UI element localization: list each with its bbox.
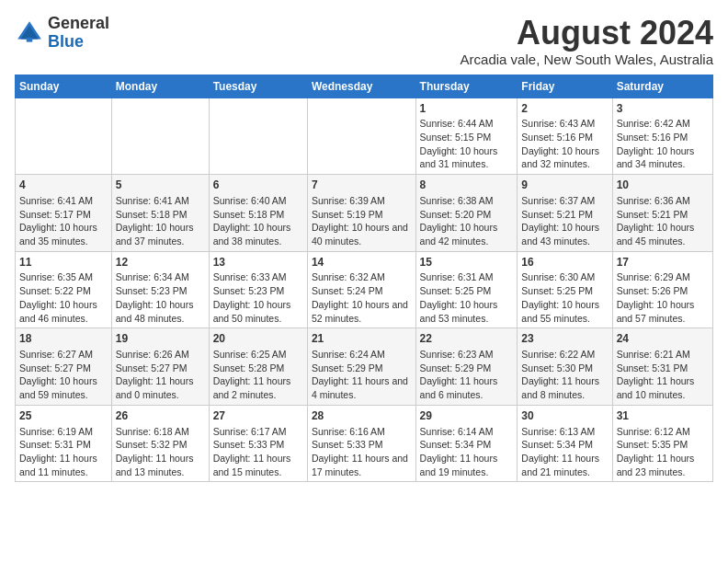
logo-icon xyxy=(15,18,44,48)
calendar-header: SundayMondayTuesdayWednesdayThursdayFrid… xyxy=(16,75,713,98)
sunset-text: Sunset: 5:25 PM xyxy=(521,285,593,296)
calendar-cell: 7Sunrise: 6:39 AMSunset: 5:19 PMDaylight… xyxy=(307,175,415,252)
sunrise-text: Sunrise: 6:42 AM xyxy=(617,118,690,129)
sunset-text: Sunset: 5:28 PM xyxy=(213,362,285,373)
calendar-cell xyxy=(307,98,415,175)
calendar-cell: 19Sunrise: 6:26 AMSunset: 5:27 PMDayligh… xyxy=(111,328,209,406)
sunset-text: Sunset: 5:25 PM xyxy=(420,285,492,296)
day-number: 7 xyxy=(312,178,412,193)
day-number: 13 xyxy=(213,255,303,270)
calendar-cell: 26Sunrise: 6:18 AMSunset: 5:32 PMDayligh… xyxy=(111,405,209,482)
day-number: 5 xyxy=(116,178,205,193)
sunrise-text: Sunrise: 6:37 AM xyxy=(521,195,595,206)
calendar-cell: 21Sunrise: 6:24 AMSunset: 5:29 PMDayligh… xyxy=(307,328,415,406)
daylight-text: Daylight: 11 hours and 17 minutes. xyxy=(312,453,408,477)
day-number: 26 xyxy=(116,408,205,424)
sunrise-text: Sunrise: 6:21 AM xyxy=(617,349,690,360)
daylight-text: Daylight: 11 hours and 2 minutes. xyxy=(213,375,291,400)
day-number: 12 xyxy=(116,255,205,270)
day-number: 20 xyxy=(213,331,303,347)
sunset-text: Sunset: 5:15 PM xyxy=(420,132,492,143)
day-number: 31 xyxy=(617,408,709,424)
sunrise-text: Sunrise: 6:25 AM xyxy=(213,349,287,360)
calendar-cell: 24Sunrise: 6:21 AMSunset: 5:31 PMDayligh… xyxy=(612,328,712,406)
sunset-text: Sunset: 5:21 PM xyxy=(521,209,593,220)
calendar-table: SundayMondayTuesdayWednesdayThursdayFrid… xyxy=(15,75,713,483)
day-number: 17 xyxy=(617,255,709,270)
day-number: 19 xyxy=(116,331,205,347)
day-of-week-header: Sunday xyxy=(16,75,112,98)
calendar-cell: 10Sunrise: 6:36 AMSunset: 5:21 PMDayligh… xyxy=(612,175,712,252)
sunset-text: Sunset: 5:23 PM xyxy=(116,285,188,296)
daylight-text: Daylight: 10 hours and 42 minutes. xyxy=(420,222,498,247)
sunset-text: Sunset: 5:29 PM xyxy=(312,362,383,373)
daylight-text: Daylight: 10 hours and 31 minutes. xyxy=(420,145,498,170)
calendar-cell: 31Sunrise: 6:12 AMSunset: 5:35 PMDayligh… xyxy=(612,405,712,482)
daylight-text: Daylight: 10 hours and 55 minutes. xyxy=(521,299,599,324)
day-of-week-header: Saturday xyxy=(612,75,712,98)
sunset-text: Sunset: 5:16 PM xyxy=(617,132,688,143)
calendar-cell: 22Sunrise: 6:23 AMSunset: 5:29 PMDayligh… xyxy=(415,328,518,406)
calendar-cell: 5Sunrise: 6:41 AMSunset: 5:18 PMDaylight… xyxy=(111,175,209,252)
daylight-text: Daylight: 10 hours and 45 minutes. xyxy=(617,222,695,247)
daylight-text: Daylight: 10 hours and 38 minutes. xyxy=(213,222,291,247)
day-number: 2 xyxy=(521,101,608,117)
calendar-cell: 12Sunrise: 6:34 AMSunset: 5:23 PMDayligh… xyxy=(111,251,209,328)
page-header: General Blue August 2024 Arcadia vale, N… xyxy=(15,15,713,67)
sunrise-text: Sunrise: 6:32 AM xyxy=(312,271,385,282)
calendar-cell: 17Sunrise: 6:29 AMSunset: 5:26 PMDayligh… xyxy=(612,251,712,328)
calendar-cell: 1Sunrise: 6:44 AMSunset: 5:15 PMDaylight… xyxy=(415,98,518,175)
day-of-week-header: Friday xyxy=(518,75,612,98)
day-number: 21 xyxy=(312,331,412,347)
calendar-cell xyxy=(111,98,209,175)
calendar-cell: 14Sunrise: 6:32 AMSunset: 5:24 PMDayligh… xyxy=(307,251,415,328)
sunrise-text: Sunrise: 6:24 AM xyxy=(312,349,385,360)
sunrise-text: Sunrise: 6:19 AM xyxy=(19,426,93,437)
day-number: 22 xyxy=(420,331,514,347)
sunrise-text: Sunrise: 6:22 AM xyxy=(521,349,595,360)
daylight-text: Daylight: 10 hours and 46 minutes. xyxy=(19,299,97,324)
sunset-text: Sunset: 5:24 PM xyxy=(312,285,383,296)
calendar-cell: 15Sunrise: 6:31 AMSunset: 5:25 PMDayligh… xyxy=(415,251,518,328)
sunrise-text: Sunrise: 6:41 AM xyxy=(19,195,93,206)
logo: General Blue xyxy=(15,15,109,52)
daylight-text: Daylight: 10 hours and 53 minutes. xyxy=(420,299,498,324)
daylight-text: Daylight: 10 hours and 32 minutes. xyxy=(521,145,599,170)
sunset-text: Sunset: 5:18 PM xyxy=(213,209,285,220)
sunset-text: Sunset: 5:17 PM xyxy=(19,209,91,220)
day-of-week-header: Tuesday xyxy=(209,75,307,98)
daylight-text: Daylight: 10 hours and 57 minutes. xyxy=(617,299,695,324)
sunrise-text: Sunrise: 6:36 AM xyxy=(617,195,690,206)
sunrise-text: Sunrise: 6:23 AM xyxy=(420,349,494,360)
daylight-text: Daylight: 10 hours and 43 minutes. xyxy=(521,222,599,247)
sunset-text: Sunset: 5:30 PM xyxy=(521,362,593,373)
sunset-text: Sunset: 5:26 PM xyxy=(617,285,688,296)
sunrise-text: Sunrise: 6:27 AM xyxy=(19,349,93,360)
day-number: 18 xyxy=(19,331,108,347)
calendar-cell: 27Sunrise: 6:17 AMSunset: 5:33 PMDayligh… xyxy=(209,405,307,482)
calendar-cell: 25Sunrise: 6:19 AMSunset: 5:31 PMDayligh… xyxy=(16,405,112,482)
sunset-text: Sunset: 5:33 PM xyxy=(312,439,383,450)
day-number: 23 xyxy=(521,331,608,347)
calendar-cell: 11Sunrise: 6:35 AMSunset: 5:22 PMDayligh… xyxy=(16,251,112,328)
logo-text: General Blue xyxy=(48,15,109,52)
sunrise-text: Sunrise: 6:12 AM xyxy=(617,426,690,437)
sunset-text: Sunset: 5:31 PM xyxy=(617,362,688,373)
daylight-text: Daylight: 11 hours and 10 minutes. xyxy=(617,375,695,400)
daylight-text: Daylight: 10 hours and 52 minutes. xyxy=(312,299,408,324)
sunrise-text: Sunrise: 6:30 AM xyxy=(521,271,595,282)
daylight-text: Daylight: 10 hours and 37 minutes. xyxy=(116,222,194,247)
day-of-week-header: Thursday xyxy=(415,75,518,98)
daylight-text: Daylight: 10 hours and 59 minutes. xyxy=(19,375,97,400)
sunset-text: Sunset: 5:35 PM xyxy=(617,439,688,450)
calendar-cell: 13Sunrise: 6:33 AMSunset: 5:23 PMDayligh… xyxy=(209,251,307,328)
sunset-text: Sunset: 5:20 PM xyxy=(420,209,492,220)
sunset-text: Sunset: 5:19 PM xyxy=(312,209,383,220)
daylight-text: Daylight: 11 hours and 8 minutes. xyxy=(521,375,599,400)
day-number: 3 xyxy=(617,101,709,117)
sunrise-text: Sunrise: 6:40 AM xyxy=(213,195,287,206)
month-year-title: August 2024 xyxy=(461,15,713,52)
calendar-cell: 3Sunrise: 6:42 AMSunset: 5:16 PMDaylight… xyxy=(612,98,712,175)
calendar-cell: 18Sunrise: 6:27 AMSunset: 5:27 PMDayligh… xyxy=(16,328,112,406)
daylight-text: Daylight: 11 hours and 11 minutes. xyxy=(19,453,97,477)
